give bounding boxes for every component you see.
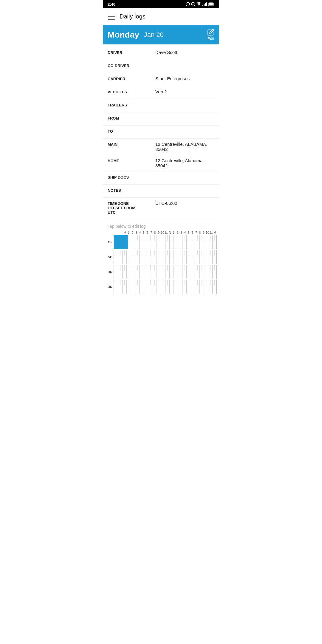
info-label: TRAILERS	[108, 102, 155, 107]
svg-rect-3	[202, 5, 203, 6]
header-day: Monday	[108, 30, 139, 40]
info-row: HOME12 Centreville, Alabama. 35042	[103, 155, 219, 171]
time-label: 8	[198, 231, 202, 234]
signal-icon	[202, 2, 207, 6]
time-label: 11	[164, 231, 168, 234]
info-label: VEHICLES	[108, 89, 155, 94]
time-label: 1	[172, 231, 176, 234]
time-label: 1	[127, 231, 131, 234]
chart-row[interactable]: OF	[105, 235, 217, 249]
status-time: 2:40	[108, 2, 115, 7]
chart-row-bars[interactable]	[114, 235, 217, 249]
time-label: 9	[202, 231, 206, 234]
info-row: NOTES	[103, 185, 219, 198]
time-label: 2	[176, 231, 179, 234]
info-label: TO	[108, 129, 155, 134]
header-bar: Monday Jan 20 Edit	[103, 25, 219, 44]
time-label: M	[213, 231, 217, 234]
time-label: 10	[205, 231, 209, 234]
chart-row-label: DR	[105, 270, 114, 274]
circle-icon	[186, 2, 190, 6]
info-row: TO	[103, 126, 219, 139]
time-label: M	[123, 231, 127, 234]
chart-row-label: OF	[105, 240, 114, 244]
svg-rect-9	[209, 3, 213, 5]
time-label: 10	[161, 231, 165, 234]
edit-label: Edit	[208, 36, 214, 41]
svg-rect-8	[214, 4, 214, 5]
chart-row[interactable]: DR	[105, 265, 217, 279]
chart-row[interactable]: ON	[105, 280, 217, 294]
info-row: VEHICLESVeh 2	[103, 86, 219, 99]
svg-rect-4	[204, 4, 205, 6]
svg-point-0	[186, 2, 190, 6]
info-value: Veh 2	[155, 89, 214, 94]
time-label: 4	[183, 231, 187, 234]
svg-rect-5	[205, 3, 206, 6]
info-row: CARRIERStark Enterprises	[103, 73, 219, 86]
chart-row-bars[interactable]	[114, 280, 217, 294]
time-label: 5	[187, 231, 191, 234]
info-label: CARRIER	[108, 76, 155, 81]
info-label: HOME	[108, 158, 155, 163]
time-label: 5	[142, 231, 146, 234]
info-table: DRIVERDave ScottCO-DRIVERCARRIERStark En…	[103, 44, 219, 220]
page-title: Daily logs	[120, 13, 145, 20]
info-row: MAIN12 Centreville, ALABAMA. 35042	[103, 139, 219, 155]
activity-bar	[114, 235, 128, 249]
time-label: 11	[209, 231, 213, 234]
chart-grid[interactable]: OFSBDRON	[105, 235, 217, 294]
wifi-icon	[196, 2, 201, 6]
time-label: 3	[179, 231, 183, 234]
tap-hint: Tap below to edit log	[103, 220, 219, 231]
time-label: 9	[157, 231, 161, 234]
time-label: 7	[194, 231, 198, 234]
chart-row-label: ON	[105, 285, 114, 289]
info-value: Dave Scott	[155, 50, 214, 55]
info-label: DRIVER	[108, 50, 155, 55]
chart-row-label: SB	[105, 255, 114, 259]
menu-button[interactable]	[108, 14, 115, 20]
time-label: 2	[131, 231, 134, 234]
status-icons	[186, 2, 214, 6]
info-label: MAIN	[108, 142, 155, 147]
chart-row-bars[interactable]	[114, 250, 217, 264]
info-label: SHIP DOCS	[108, 174, 155, 179]
time-label: 6	[145, 231, 149, 234]
time-label: N	[168, 231, 172, 234]
status-bar: 2:40	[103, 0, 219, 8]
chart-row[interactable]: SB	[105, 250, 217, 264]
info-label: TIME ZONE OFFSET FROM UTC	[108, 201, 155, 215]
info-row: DRIVERDave Scott	[103, 47, 219, 60]
time-label: 8	[153, 231, 157, 234]
info-value: UTC-06:00	[155, 201, 214, 206]
info-row: TIME ZONE OFFSET FROM UTCUTC-06:00	[103, 198, 219, 218]
time-label: 6	[191, 231, 194, 234]
no-disturb-icon	[191, 2, 195, 6]
info-row: TRAILERS	[103, 99, 219, 112]
edit-button[interactable]: Edit	[207, 29, 214, 41]
battery-icon	[208, 2, 214, 6]
edit-icon	[207, 29, 214, 36]
header-date: Jan 20	[144, 31, 207, 39]
info-row: CO-DRIVER	[103, 60, 219, 73]
time-label: 4	[138, 231, 142, 234]
time-label: 3	[134, 231, 138, 234]
time-axis: M1234567891011N1234567891011M	[114, 231, 217, 235]
chart-section[interactable]: M1234567891011N1234567891011MOFSBDRON	[103, 231, 219, 294]
app-bar: Daily logs	[103, 8, 219, 25]
info-label: FROM	[108, 115, 155, 120]
info-value: Stark Enterprises	[155, 76, 214, 81]
info-label: CO-DRIVER	[108, 63, 155, 68]
svg-rect-6	[206, 2, 207, 6]
chart-row-bars[interactable]	[114, 265, 217, 279]
info-value: 12 Centreville, Alabama. 35042	[155, 158, 214, 168]
info-row: FROM	[103, 112, 219, 126]
info-label: NOTES	[108, 188, 155, 193]
info-row: SHIP DOCS	[103, 171, 219, 185]
time-label: 7	[149, 231, 153, 234]
info-value: 12 Centreville, ALABAMA. 35042	[155, 142, 214, 152]
